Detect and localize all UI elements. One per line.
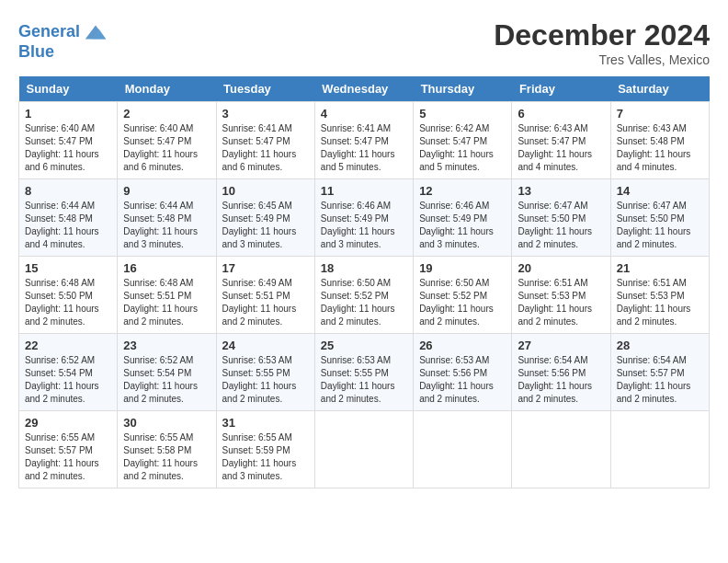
day-info: Sunrise: 6:41 AM Sunset: 5:47 PM Dayligh… [321,123,395,172]
calendar-week-row: 15 Sunrise: 6:48 AM Sunset: 5:50 PM Dayl… [19,257,710,334]
calendar-day-cell: 6 Sunrise: 6:43 AM Sunset: 5:47 PM Dayli… [512,102,610,179]
day-number: 4 [321,107,407,121]
day-number: 7 [617,107,703,121]
day-number: 29 [25,416,111,430]
calendar-day-cell: 2 Sunrise: 6:40 AM Sunset: 5:47 PM Dayli… [118,102,216,179]
day-info: Sunrise: 6:52 AM Sunset: 5:54 PM Dayligh… [25,355,99,404]
logo-icon [82,18,109,46]
day-number: 11 [321,184,407,198]
calendar-day-cell: 15 Sunrise: 6:48 AM Sunset: 5:50 PM Dayl… [19,257,118,334]
day-info: Sunrise: 6:51 AM Sunset: 5:53 PM Dayligh… [617,278,691,327]
weekday-header-thursday: Thursday [414,76,512,102]
day-number: 30 [123,416,210,430]
calendar-week-row: 22 Sunrise: 6:52 AM Sunset: 5:54 PM Dayl… [19,334,710,411]
calendar-day-cell: 10 Sunrise: 6:45 AM Sunset: 5:49 PM Dayl… [216,179,314,257]
day-info: Sunrise: 6:40 AM Sunset: 5:47 PM Dayligh… [25,123,99,172]
logo-text: General [18,22,80,42]
day-info: Sunrise: 6:53 AM Sunset: 5:56 PM Dayligh… [419,355,494,404]
weekday-header-sunday: Sunday [19,76,118,102]
day-info: Sunrise: 6:43 AM Sunset: 5:47 PM Dayligh… [518,123,592,172]
calendar-day-cell: 5 Sunrise: 6:42 AM Sunset: 5:47 PM Dayli… [414,102,512,179]
day-number: 19 [419,261,506,275]
calendar-week-row: 1 Sunrise: 6:40 AM Sunset: 5:47 PM Dayli… [19,102,710,179]
day-info: Sunrise: 6:55 AM Sunset: 5:58 PM Dayligh… [123,432,198,481]
calendar-day-cell: 11 Sunrise: 6:46 AM Sunset: 5:49 PM Dayl… [314,179,413,257]
calendar-week-row: 8 Sunrise: 6:44 AM Sunset: 5:48 PM Dayli… [19,179,710,257]
calendar-day-cell: 4 Sunrise: 6:41 AM Sunset: 5:47 PM Dayli… [314,102,413,179]
day-number: 20 [518,261,604,275]
day-info: Sunrise: 6:45 AM Sunset: 5:49 PM Dayligh… [222,201,297,249]
day-number: 26 [419,339,506,352]
day-number: 23 [123,339,210,352]
weekday-header-wednesday: Wednesday [314,76,413,102]
calendar-day-cell: 18 Sunrise: 6:50 AM Sunset: 5:52 PM Dayl… [314,257,413,334]
day-number: 24 [222,339,309,352]
day-number: 17 [222,261,309,275]
day-info: Sunrise: 6:43 AM Sunset: 5:48 PM Dayligh… [617,123,691,172]
day-info: Sunrise: 6:55 AM Sunset: 5:59 PM Dayligh… [222,432,297,481]
day-info: Sunrise: 6:53 AM Sunset: 5:55 PM Dayligh… [321,355,395,404]
day-info: Sunrise: 6:55 AM Sunset: 5:57 PM Dayligh… [25,432,99,481]
day-info: Sunrise: 6:42 AM Sunset: 5:47 PM Dayligh… [419,123,494,172]
empty-cell [610,411,709,488]
month-title: December 2024 [494,18,710,52]
day-info: Sunrise: 6:50 AM Sunset: 5:52 PM Dayligh… [419,278,494,327]
calendar-day-cell: 28 Sunrise: 6:54 AM Sunset: 5:57 PM Dayl… [610,334,709,411]
day-info: Sunrise: 6:44 AM Sunset: 5:48 PM Dayligh… [25,201,99,249]
day-info: Sunrise: 6:40 AM Sunset: 5:47 PM Dayligh… [123,123,198,172]
calendar-day-cell: 19 Sunrise: 6:50 AM Sunset: 5:52 PM Dayl… [414,257,512,334]
weekday-header-monday: Monday [118,76,216,102]
day-number: 9 [123,184,210,198]
calendar-day-cell: 3 Sunrise: 6:41 AM Sunset: 5:47 PM Dayli… [216,102,314,179]
calendar-day-cell: 29 Sunrise: 6:55 AM Sunset: 5:57 PM Dayl… [19,411,118,488]
day-info: Sunrise: 6:41 AM Sunset: 5:47 PM Dayligh… [222,123,297,172]
calendar-day-cell: 12 Sunrise: 6:46 AM Sunset: 5:49 PM Dayl… [414,179,512,257]
logo: General Blue [18,18,109,62]
day-info: Sunrise: 6:46 AM Sunset: 5:49 PM Dayligh… [321,201,395,249]
calendar-day-cell: 14 Sunrise: 6:47 AM Sunset: 5:50 PM Dayl… [610,179,709,257]
day-number: 13 [518,184,604,198]
calendar-table: SundayMondayTuesdayWednesdayThursdayFrid… [18,76,710,488]
day-info: Sunrise: 6:54 AM Sunset: 5:57 PM Dayligh… [617,355,691,404]
day-number: 8 [25,184,111,198]
day-info: Sunrise: 6:47 AM Sunset: 5:50 PM Dayligh… [518,201,592,249]
calendar-day-cell: 31 Sunrise: 6:55 AM Sunset: 5:59 PM Dayl… [216,411,314,488]
calendar-day-cell: 16 Sunrise: 6:48 AM Sunset: 5:51 PM Dayl… [118,257,216,334]
logo-blue: Blue [18,42,54,62]
empty-cell [414,411,512,488]
calendar-day-cell: 9 Sunrise: 6:44 AM Sunset: 5:48 PM Dayli… [118,179,216,257]
day-number: 31 [222,416,309,430]
day-number: 6 [518,107,604,121]
day-info: Sunrise: 6:48 AM Sunset: 5:50 PM Dayligh… [25,278,99,327]
weekday-header-tuesday: Tuesday [216,76,314,102]
calendar-day-cell: 25 Sunrise: 6:53 AM Sunset: 5:55 PM Dayl… [314,334,413,411]
day-number: 1 [25,107,111,121]
day-info: Sunrise: 6:46 AM Sunset: 5:49 PM Dayligh… [419,201,494,249]
day-info: Sunrise: 6:49 AM Sunset: 5:51 PM Dayligh… [222,278,297,327]
calendar-week-row: 29 Sunrise: 6:55 AM Sunset: 5:57 PM Dayl… [19,411,710,488]
day-number: 12 [419,184,506,198]
location-title: Tres Valles, Mexico [494,52,710,67]
day-info: Sunrise: 6:44 AM Sunset: 5:48 PM Dayligh… [123,201,198,249]
day-number: 3 [222,107,309,121]
day-number: 10 [222,184,309,198]
day-number: 21 [617,261,703,275]
empty-cell [512,411,610,488]
day-number: 5 [419,107,506,121]
weekday-header-friday: Friday [512,76,610,102]
day-number: 25 [321,339,407,352]
calendar-day-cell: 7 Sunrise: 6:43 AM Sunset: 5:48 PM Dayli… [610,102,709,179]
day-number: 22 [25,339,111,352]
day-number: 28 [617,339,703,352]
day-number: 18 [321,261,407,275]
calendar-day-cell: 23 Sunrise: 6:52 AM Sunset: 5:54 PM Dayl… [118,334,216,411]
calendar-day-cell: 21 Sunrise: 6:51 AM Sunset: 5:53 PM Dayl… [610,257,709,334]
day-info: Sunrise: 6:54 AM Sunset: 5:56 PM Dayligh… [518,355,592,404]
calendar-day-cell: 17 Sunrise: 6:49 AM Sunset: 5:51 PM Dayl… [216,257,314,334]
page-header: General Blue December 2024 Tres Valles, … [18,18,710,67]
day-number: 14 [617,184,703,198]
day-number: 16 [123,261,210,275]
weekday-header-saturday: Saturday [610,76,709,102]
calendar-day-cell: 30 Sunrise: 6:55 AM Sunset: 5:58 PM Dayl… [118,411,216,488]
calendar-day-cell: 24 Sunrise: 6:53 AM Sunset: 5:55 PM Dayl… [216,334,314,411]
